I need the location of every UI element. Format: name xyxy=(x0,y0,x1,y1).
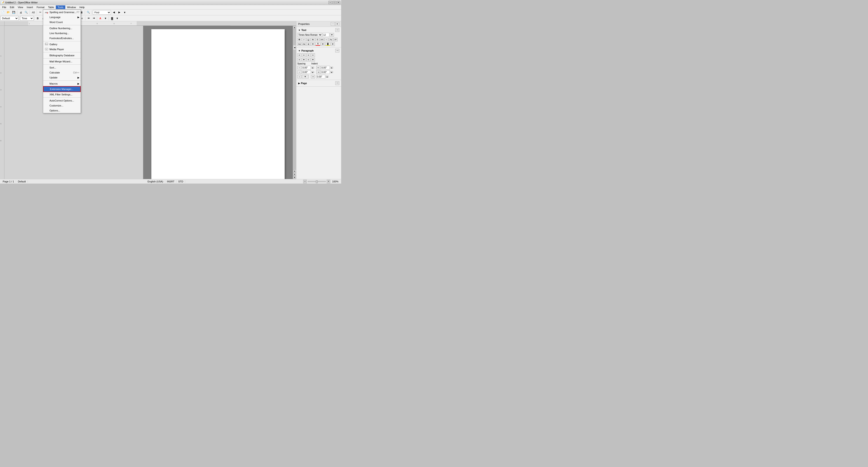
menu-format[interactable]: Format xyxy=(35,5,46,9)
font-dropdown[interactable]: Time xyxy=(20,16,34,21)
close-button[interactable]: ✕ xyxy=(337,1,340,4)
scroll-page-up-button[interactable]: ▲ xyxy=(293,169,296,172)
text-aa2-button[interactable]: Aa xyxy=(302,42,306,46)
cut-button[interactable]: ✂ xyxy=(38,10,43,15)
find-next-button[interactable]: ▶ xyxy=(117,10,122,15)
char-bg-panel-dropdown[interactable]: ▼ xyxy=(331,42,335,46)
find-button[interactable]: 🔍 xyxy=(86,10,91,15)
char-bg-panel-button[interactable]: ▓ xyxy=(325,42,330,46)
find-toolbar-dropdown[interactable]: Find xyxy=(93,10,111,15)
font-color-dropdown[interactable]: ▼ xyxy=(321,42,325,46)
menu-xml-filter[interactable]: XML Filter Settings... xyxy=(43,92,81,97)
para-align-justify[interactable]: ≡ xyxy=(311,53,315,57)
document-page[interactable] xyxy=(151,29,285,179)
para-align-right[interactable]: ≡ xyxy=(306,53,310,57)
find-prev-button[interactable]: ◀ xyxy=(112,10,116,15)
text-section-collapse[interactable]: ▼ xyxy=(298,29,301,31)
text-section-menu[interactable]: ⋯ xyxy=(335,28,339,32)
font-name-select[interactable]: Times New Roman xyxy=(297,33,322,37)
page-section-collapse[interactable]: ▶ xyxy=(298,82,300,85)
spacing-below-input[interactable] xyxy=(302,70,311,74)
decrease-indent-button[interactable]: ⇐ xyxy=(86,16,91,21)
menu-help[interactable]: Help xyxy=(78,5,87,9)
text-uppercase-button[interactable]: AA xyxy=(320,38,324,41)
scroll-up-button[interactable]: ▲ xyxy=(293,26,296,29)
paragraph-section-menu[interactable]: ⋯ xyxy=(335,49,339,53)
text-bold-button[interactable]: B xyxy=(297,38,301,41)
text-spacing-dropdown[interactable]: ▼ xyxy=(311,42,315,46)
highlight-button[interactable]: ▼ xyxy=(103,16,108,21)
menu-table[interactable]: Table xyxy=(46,5,56,9)
linespace-dropdown[interactable]: ▼ xyxy=(302,75,309,79)
menu-mediaplayer[interactable]: Media Player xyxy=(43,47,81,52)
text-italic-button[interactable]: I xyxy=(302,38,306,41)
char-bg-button[interactable]: ▓ xyxy=(110,16,115,21)
menu-extension-manager[interactable]: Extension Manager... xyxy=(43,86,81,92)
para-list-dropdown[interactable]: ▼ xyxy=(302,58,306,61)
save-button[interactable]: 💾 xyxy=(11,10,16,15)
print-button[interactable]: 🖨 xyxy=(18,10,23,15)
panel-close-button[interactable]: ✕ xyxy=(335,22,339,26)
font-size-dropdown[interactable]: ▼ xyxy=(330,33,334,37)
title-controls[interactable]: ─ □ ✕ xyxy=(329,1,340,4)
menu-edit[interactable]: Edit xyxy=(8,5,16,9)
menu-tools[interactable]: Tools xyxy=(56,5,65,9)
menu-options[interactable]: Options... xyxy=(43,108,81,113)
menu-window[interactable]: Window xyxy=(65,5,78,9)
text-expand-button[interactable]: ↔ xyxy=(324,38,329,41)
text-shadow-button[interactable]: S xyxy=(315,38,319,41)
new-button[interactable]: 📄 xyxy=(0,10,5,15)
menu-view[interactable]: View xyxy=(16,5,25,9)
paragraph-section-collapse[interactable]: ▼ xyxy=(298,50,301,52)
menu-gallery[interactable]: Gallery xyxy=(43,42,81,47)
menu-outline-numbering[interactable]: Outline Numbering... xyxy=(43,26,81,31)
text-aa-button[interactable]: Aa xyxy=(297,42,301,46)
para-align-center[interactable]: ≡ xyxy=(302,53,306,57)
menu-sort[interactable]: Sort... xyxy=(43,65,81,70)
menu-mailmerge[interactable]: Mail Merge Wizard... xyxy=(43,59,81,64)
print-preview-button[interactable]: 🔍 xyxy=(24,10,29,15)
text-subscript-button[interactable]: A₂ xyxy=(329,38,333,41)
text-spacing-button[interactable]: ⊞ xyxy=(306,42,310,46)
find-options-button[interactable]: ▼ xyxy=(122,10,127,15)
maximize-button[interactable]: □ xyxy=(333,1,336,4)
style-dropdown[interactable]: Default xyxy=(0,16,19,21)
menu-autocorrect[interactable]: AutoCorrect Options... xyxy=(43,98,81,103)
page-section-menu[interactable]: ⋯ xyxy=(335,81,339,85)
zoom-slider[interactable] xyxy=(308,181,326,182)
spacing-above-up[interactable]: ▲ xyxy=(311,67,314,68)
indent-before-up[interactable]: ▲ xyxy=(330,67,333,68)
menu-insert[interactable]: Insert xyxy=(25,5,35,9)
para-align-left[interactable]: ≡ xyxy=(297,53,301,57)
para-numlist-dropdown[interactable]: ▼ xyxy=(311,58,315,61)
panel-options-button[interactable]: ⋯ xyxy=(331,22,335,26)
spell-check-button[interactable]: ABC xyxy=(31,10,36,15)
page-canvas[interactable] xyxy=(143,26,293,179)
open-button[interactable]: 📂 xyxy=(6,10,11,15)
indent-firstline-up[interactable]: ▲ xyxy=(326,76,329,78)
minimize-button[interactable]: ─ xyxy=(329,1,332,4)
para-list-button[interactable]: ≡ xyxy=(297,58,301,61)
menu-language[interactable]: Language ▶ xyxy=(43,15,81,20)
text-superscript-button[interactable]: A² xyxy=(334,38,338,41)
menu-update[interactable]: Update ▶ xyxy=(43,75,81,80)
scroll-down-button[interactable]: ▼ xyxy=(293,176,296,179)
menu-bibliography[interactable]: Bibliography Database xyxy=(43,53,81,58)
bold-button[interactable]: B xyxy=(35,16,40,21)
menu-spelling[interactable]: ABC Spelling and Grammar... F7 xyxy=(43,10,81,15)
menu-file[interactable]: File xyxy=(0,5,8,9)
char-bg-dropdown[interactable]: ▼ xyxy=(115,16,120,21)
font-color-button[interactable]: A xyxy=(98,16,103,21)
spacing-below-up[interactable]: ▲ xyxy=(311,71,314,73)
menu-macros[interactable]: Macros ▶ xyxy=(43,81,81,86)
menu-line-numbering[interactable]: Line Numbering... xyxy=(43,31,81,36)
font-color-panel-button[interactable]: A xyxy=(315,42,320,46)
menu-wordcount[interactable]: Word Count xyxy=(43,20,81,25)
menu-customize[interactable]: Customize... xyxy=(43,103,81,108)
text-underline-button[interactable]: U xyxy=(306,38,310,41)
font-size-input[interactable]: 12 xyxy=(322,33,330,37)
indent-before-input[interactable] xyxy=(321,66,330,69)
indent-after-up[interactable]: ▲ xyxy=(330,71,333,73)
para-numlist-button[interactable]: ≡ xyxy=(306,58,310,61)
menu-calculate[interactable]: Calculate Ctrl++ xyxy=(43,70,81,75)
